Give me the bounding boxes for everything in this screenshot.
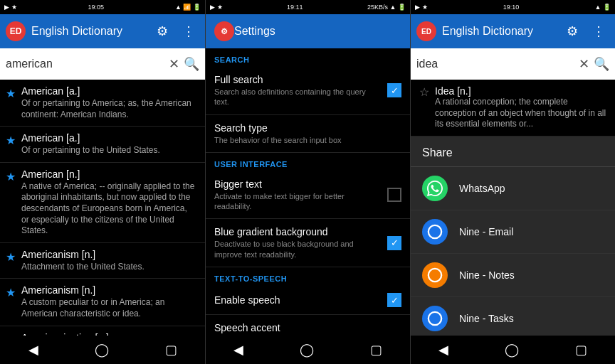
- share-logo: ED: [416, 21, 436, 41]
- status-left-icons-3: ▶ ★: [415, 4, 428, 11]
- nav-recents-1[interactable]: ▢: [157, 339, 186, 360]
- share-label-nine-email: Nine - Email: [459, 226, 513, 237]
- share-toolbar: ED English Dictionary ⚙ ⋮: [411, 14, 615, 48]
- settings-item-bigger-text[interactable]: Bigger text Activate to make text bigger…: [206, 171, 410, 220]
- panel-settings: ⚙ Settings SEARCH Full search Search als…: [205, 14, 410, 364]
- dict-item[interactable]: ★ Americanism [n.] A custom peculiar to …: [0, 279, 205, 326]
- dict-bottom-nav: ◀ ◯ ▢: [0, 336, 205, 364]
- dict-settings-icon[interactable]: ⚙: [152, 19, 172, 43]
- nav-home-2[interactable]: ◯: [291, 339, 322, 360]
- dict-search-button[interactable]: 🔍: [184, 56, 199, 72]
- checkbox-enable-speech[interactable]: [387, 293, 401, 307]
- share-title: English Dictionary: [442, 25, 557, 38]
- nine-email-icon: [422, 219, 448, 245]
- idea-word: Idea [n.]: [435, 85, 606, 97]
- dict-def-0: Of or pertaining to America; as, the Ame…: [21, 98, 196, 120]
- share-search-bar: ✕ 🔍: [411, 48, 615, 80]
- nav-home-3[interactable]: ◯: [496, 339, 527, 360]
- settings-label-bigger-text: Bigger text: [214, 178, 382, 190]
- dict-item[interactable]: ★ American [n.] A native of America; -- …: [0, 163, 205, 243]
- dict-toolbar: ED English Dictionary ⚙ ⋮: [0, 14, 205, 48]
- share-settings-icon[interactable]: ⚙: [562, 19, 582, 43]
- star-icon-3[interactable]: ★: [6, 250, 16, 264]
- settings-desc-bigger-text: Activate to make text bigger for better …: [214, 191, 382, 212]
- status-bar-panel1: ▶ ★ 19:05 ▲ 📶 🔋: [0, 0, 205, 14]
- dict-menu-icon[interactable]: ⋮: [178, 19, 199, 43]
- share-search-input[interactable]: [416, 58, 574, 70]
- star-icon-2[interactable]: ★: [6, 170, 16, 183]
- star-icon-4[interactable]: ★: [6, 286, 16, 299]
- status-bar-panel3: ▶ ★ 19:10 ▲ 🔋: [410, 0, 615, 14]
- idea-entry: ☆ Idea [n.] A rational conception; the c…: [411, 80, 615, 136]
- checkbox-blue-gradient[interactable]: [387, 236, 401, 250]
- dict-list: ★ American [a.] Of or pertaining to Amer…: [0, 80, 205, 336]
- dict-def-4: A custom peculiar to or in America; an A…: [21, 297, 196, 319]
- settings-toolbar: ⚙ Settings: [206, 14, 410, 48]
- dict-item[interactable]: ★ Americanism [n.] Attachment to the Uni…: [0, 243, 205, 279]
- nine-tasks-icon: [422, 306, 448, 331]
- settings-label-search-type: Search type: [214, 122, 342, 134]
- panel-share: ED English Dictionary ⚙ ⋮ ✕ 🔍 ☆ Idea [n.…: [410, 14, 615, 364]
- settings-title: Settings: [234, 25, 401, 38]
- dict-item[interactable]: ★ American [a.] Of or pertaining to Amer…: [0, 80, 205, 127]
- dict-search-input[interactable]: [6, 58, 164, 70]
- dict-title: English Dictionary: [31, 25, 147, 38]
- share-item-whatsapp[interactable]: WhatsApp: [411, 167, 615, 210]
- share-search-button[interactable]: 🔍: [594, 56, 609, 72]
- checkbox-bigger-text[interactable]: [387, 188, 401, 202]
- settings-label-enable-speech: Enable speech: [214, 294, 280, 306]
- settings-section-ui: USER INTERFACE: [206, 153, 410, 171]
- nav-back-1[interactable]: ◀: [20, 339, 47, 360]
- dict-clear-button[interactable]: ✕: [169, 56, 179, 72]
- share-item-nine-email[interactable]: Nine - Email: [411, 210, 615, 254]
- nine-notes-icon: [422, 262, 448, 288]
- settings-desc-search-type: The behavior of the search input box: [214, 135, 342, 145]
- dict-def-2: A native of America; -- originally appli…: [21, 181, 196, 237]
- dict-def-1: Of or pertaining to the United States.: [21, 145, 160, 156]
- status-time-1: 19:05: [88, 4, 105, 11]
- settings-item-speech-accent[interactable]: Speech accent Please restart the applica…: [206, 315, 410, 336]
- status-left-icons: ▶ ★: [4, 4, 17, 11]
- settings-item-full-search[interactable]: Full search Search also definitions cont…: [206, 67, 410, 115]
- dict-word-0: American [a.]: [21, 85, 196, 97]
- idea-def: A rational conception; the complete conc…: [435, 97, 606, 130]
- settings-section-search: SEARCH: [206, 48, 410, 67]
- svg-point-2: [429, 312, 441, 325]
- status-right-icons-3: ▲ 🔋: [595, 4, 611, 11]
- settings-desc-blue-gradient: Deactivate to use black background and i…: [214, 239, 382, 259]
- dict-word-3: Americanism [n.]: [21, 249, 144, 260]
- settings-item-blue-gradient[interactable]: Blue gradient background Deactivate to u…: [206, 219, 410, 267]
- nav-recents-3[interactable]: ▢: [567, 339, 596, 360]
- star-icon-0[interactable]: ★: [6, 87, 16, 100]
- status-right-icons-2: 25KB/s ▲ 🔋: [367, 4, 406, 11]
- nav-back-3[interactable]: ◀: [430, 339, 457, 360]
- share-item-nine-notes[interactable]: Nine - Notes: [411, 254, 615, 297]
- settings-item-enable-speech[interactable]: Enable speech: [206, 286, 410, 315]
- share-menu-icon[interactable]: ⋮: [588, 19, 609, 43]
- star-icon-1[interactable]: ★: [6, 134, 16, 147]
- nav-home-1[interactable]: ◯: [86, 339, 117, 360]
- dict-def-3: Attachment to the United States.: [21, 262, 144, 273]
- settings-logo: ⚙: [214, 21, 234, 41]
- dict-word-4: Americanism [n.]: [21, 284, 196, 296]
- settings-item-search-type[interactable]: Search type The behavior of the search i…: [206, 115, 410, 153]
- settings-label-speech-accent: Speech accent: [214, 322, 384, 333]
- nav-back-2[interactable]: ◀: [225, 339, 252, 360]
- settings-bottom-nav: ◀ ◯ ▢: [206, 336, 410, 364]
- share-clear-button[interactable]: ✕: [579, 56, 589, 72]
- share-bottom-nav: ◀ ◯ ▢: [411, 336, 615, 364]
- dict-item[interactable]: ★ Americanization [n.]: [0, 326, 205, 336]
- dict-logo: ED: [6, 21, 26, 41]
- share-label-nine-tasks: Nine - Tasks: [459, 313, 514, 324]
- checkbox-full-search[interactable]: [387, 83, 401, 97]
- share-label-whatsapp: WhatsApp: [459, 183, 505, 194]
- settings-section-tts: TEXT-TO-SPEECH: [206, 267, 410, 286]
- dict-word-1: American [a.]: [21, 132, 160, 144]
- dict-item[interactable]: ★ American [a.] Of or pertaining to the …: [0, 127, 205, 163]
- dict-word-2: American [n.]: [21, 168, 196, 180]
- nav-recents-2[interactable]: ▢: [362, 339, 391, 360]
- share-item-nine-tasks[interactable]: Nine - Tasks: [411, 297, 615, 336]
- status-time-2: 19:11: [287, 4, 303, 11]
- idea-star-icon[interactable]: ☆: [419, 85, 429, 130]
- settings-list: SEARCH Full search Search also definitio…: [206, 48, 410, 336]
